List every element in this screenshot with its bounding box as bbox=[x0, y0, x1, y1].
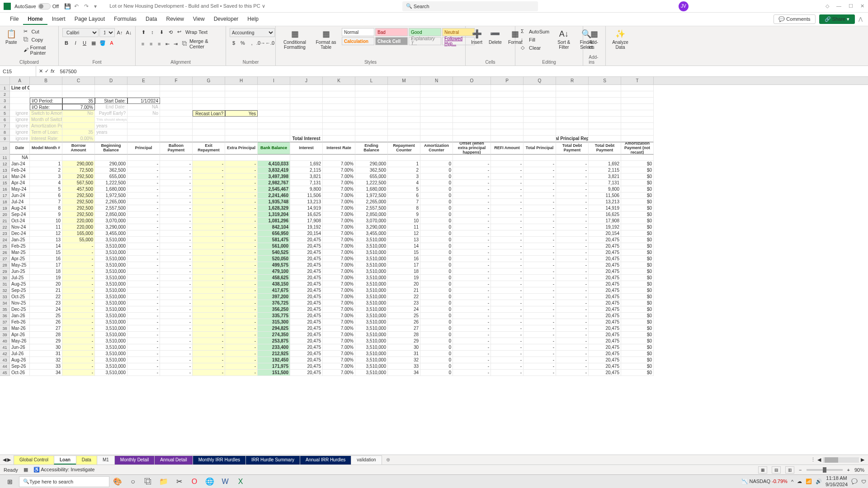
cell[interactable] bbox=[453, 136, 491, 142]
cell[interactable]: 20,475 bbox=[290, 294, 323, 300]
cell[interactable]: 16,625 bbox=[290, 211, 323, 218]
cell[interactable]: 14 bbox=[388, 243, 420, 249]
cell[interactable]: - bbox=[62, 357, 95, 363]
cell[interactable]: 7 bbox=[30, 199, 62, 205]
cell[interactable]: - bbox=[127, 256, 160, 262]
cell[interactable]: - bbox=[160, 180, 193, 186]
cell[interactable]: $0 bbox=[621, 262, 654, 268]
column-header[interactable]: S bbox=[589, 77, 621, 84]
style-normal[interactable]: Normal bbox=[342, 28, 374, 36]
cell[interactable] bbox=[193, 155, 225, 161]
cell[interactable] bbox=[127, 85, 160, 91]
cell[interactable]: 2,115 bbox=[589, 167, 621, 174]
cell[interactable] bbox=[556, 123, 589, 129]
cell[interactable]: - bbox=[225, 351, 258, 357]
indent-right-icon[interactable]: ⇥ bbox=[172, 40, 179, 48]
format-as-table-button[interactable]: ▦Format as Table bbox=[313, 28, 339, 51]
cell[interactable]: 7,131 bbox=[290, 180, 323, 186]
cell[interactable] bbox=[491, 85, 524, 91]
row-header[interactable]: 34 bbox=[0, 300, 10, 306]
cell[interactable] bbox=[355, 129, 388, 136]
cell[interactable]: - bbox=[193, 363, 225, 370]
redo-icon[interactable]: ↷ bbox=[84, 3, 90, 9]
column-header[interactable]: E bbox=[127, 77, 160, 84]
cell[interactable]: $0 bbox=[621, 306, 654, 313]
cell[interactable]: 23 bbox=[30, 300, 62, 306]
cell[interactable]: - bbox=[556, 186, 589, 192]
cell[interactable] bbox=[225, 117, 258, 123]
cell[interactable]: 7.00% bbox=[323, 211, 355, 218]
cell[interactable]: - bbox=[193, 268, 225, 275]
cell[interactable]: 15 bbox=[30, 249, 62, 256]
cell[interactable]: - bbox=[225, 186, 258, 192]
search-box[interactable]: 🔍 Search bbox=[402, 1, 538, 11]
cell[interactable]: $0 bbox=[621, 224, 654, 230]
cell[interactable] bbox=[524, 110, 556, 117]
cell[interactable]: - bbox=[193, 332, 225, 338]
cell[interactable]: 20,475 bbox=[589, 351, 621, 357]
align-center-icon[interactable]: ≡ bbox=[147, 40, 155, 48]
cell[interactable] bbox=[589, 98, 621, 104]
cell[interactable]: 20,475 bbox=[589, 256, 621, 262]
cell[interactable]: 1,935,748 bbox=[258, 199, 290, 205]
font-color-icon[interactable]: A bbox=[108, 39, 116, 47]
cell[interactable]: - bbox=[225, 319, 258, 325]
cell[interactable]: 20,475 bbox=[290, 313, 323, 319]
column-header[interactable]: D bbox=[95, 77, 127, 84]
cell[interactable]: 0 bbox=[420, 256, 453, 262]
cell[interactable]: 14 bbox=[30, 243, 62, 249]
share-button[interactable]: 🔗 Share ▾ bbox=[819, 14, 855, 24]
cell[interactable]: 3,510,000 bbox=[355, 357, 388, 363]
cell[interactable]: 26 bbox=[30, 319, 62, 325]
cell[interactable]: 20,475 bbox=[290, 243, 323, 249]
cell[interactable]: 2,241,460 bbox=[258, 192, 290, 199]
cell[interactable]: - bbox=[556, 230, 589, 237]
cell[interactable]: - bbox=[225, 370, 258, 376]
cell[interactable]: ignore bbox=[10, 117, 30, 123]
cell[interactable]: - bbox=[160, 167, 193, 174]
row-header[interactable]: 12 bbox=[0, 161, 10, 167]
cell[interactable]: - bbox=[453, 249, 491, 256]
close-icon[interactable]: ✕ bbox=[860, 3, 864, 9]
cell[interactable] bbox=[491, 91, 524, 98]
cell[interactable]: 20,475 bbox=[589, 294, 621, 300]
cell[interactable]: 7.00% bbox=[323, 256, 355, 262]
cell[interactable]: - bbox=[160, 332, 193, 338]
cell[interactable] bbox=[10, 98, 30, 104]
toggle-switch-icon[interactable] bbox=[38, 3, 51, 9]
cell[interactable]: - bbox=[225, 344, 258, 351]
cell[interactable] bbox=[491, 110, 524, 117]
cell[interactable]: NA bbox=[10, 155, 30, 161]
cell[interactable]: - bbox=[491, 237, 524, 243]
cell[interactable]: 29 bbox=[30, 338, 62, 344]
cell[interactable]: 35 bbox=[62, 98, 95, 104]
cell[interactable] bbox=[524, 104, 556, 110]
cell[interactable] bbox=[420, 136, 453, 142]
cell[interactable]: 20,154 bbox=[589, 230, 621, 237]
cell[interactable]: 14,919 bbox=[290, 205, 323, 211]
cell[interactable]: 0 bbox=[420, 281, 453, 287]
fill-color-icon[interactable]: 🪣 bbox=[99, 39, 107, 47]
cell[interactable]: - bbox=[225, 230, 258, 237]
format-painter-button[interactable]: 🖌Format Painter bbox=[22, 44, 55, 56]
cell[interactable]: - bbox=[453, 275, 491, 281]
cell[interactable]: - bbox=[193, 344, 225, 351]
cell[interactable]: - bbox=[127, 180, 160, 186]
cell[interactable]: 20,475 bbox=[589, 275, 621, 281]
cell[interactable]: - bbox=[193, 230, 225, 237]
cell[interactable]: - bbox=[160, 237, 193, 243]
column-header[interactable]: I bbox=[258, 77, 290, 84]
taskbar-app-1[interactable]: 🎨 bbox=[110, 475, 125, 488]
cell[interactable] bbox=[355, 155, 388, 161]
cell[interactable]: 9 bbox=[388, 211, 420, 218]
cell[interactable] bbox=[388, 117, 420, 123]
cell[interactable] bbox=[62, 85, 95, 91]
cell[interactable]: 18 bbox=[30, 268, 62, 275]
cell[interactable]: 20 bbox=[388, 281, 420, 287]
cell[interactable]: - bbox=[453, 300, 491, 306]
cell[interactable]: - bbox=[127, 275, 160, 281]
cell[interactable]: $0 bbox=[621, 344, 654, 351]
cell[interactable]: $0 bbox=[621, 287, 654, 294]
align-bottom-icon[interactable]: ⬇ bbox=[157, 28, 165, 36]
view-page-layout-icon[interactable]: ▤ bbox=[772, 466, 781, 474]
